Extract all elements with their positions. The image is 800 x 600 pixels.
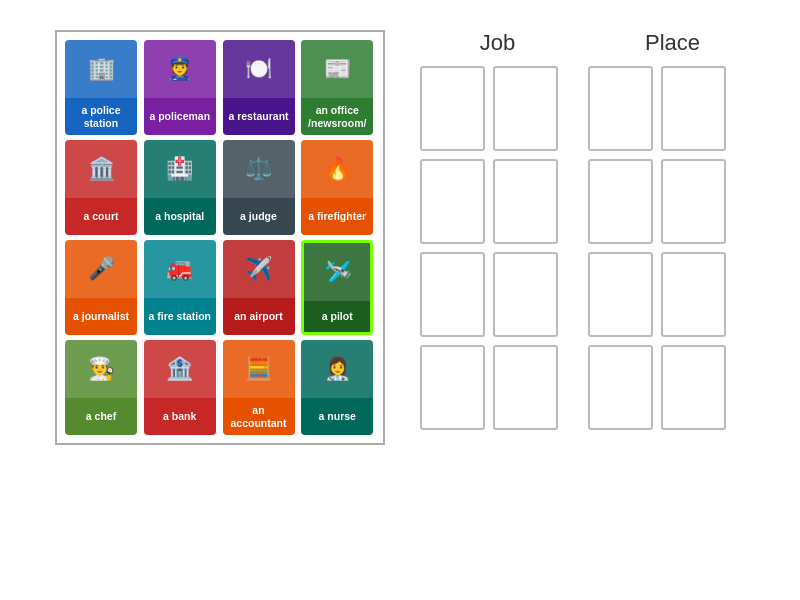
card-label-court: a court [65,198,137,235]
card-office-newsroom[interactable]: 📰an office /newsroom/ [301,40,373,135]
drop-place-2-0[interactable] [588,252,653,337]
card-icon-restaurant: 🍽️ [223,40,295,98]
card-label-firefighter: a firefighter [301,198,373,235]
drop-place-1-1[interactable] [661,159,726,244]
card-fire-station[interactable]: 🚒a fire station [144,240,216,335]
card-firefighter[interactable]: 🔥a firefighter [301,140,373,235]
drop-row-3 [420,345,770,430]
card-label-bank: a bank [144,398,216,435]
card-label-judge: a judge [223,198,295,235]
drop-place-0-0[interactable] [588,66,653,151]
card-restaurant[interactable]: 🍽️a restaurant [223,40,295,135]
card-bank[interactable]: 🏦a bank [144,340,216,435]
drop-row-2 [420,252,770,337]
drop-job-0-0[interactable] [420,66,485,151]
drop-place-1-0[interactable] [588,159,653,244]
column-headers: Job Place [420,30,770,56]
card-label-police-station: a police station [65,98,137,135]
card-label-office-newsroom: an office /newsroom/ [301,98,373,135]
card-police-station[interactable]: 🏢a police station [65,40,137,135]
card-icon-court: 🏛️ [65,140,137,198]
card-label-chef: a chef [65,398,137,435]
card-icon-firefighter: 🔥 [301,140,373,198]
card-icon-hospital: 🏥 [144,140,216,198]
drop-job-0-1[interactable] [493,66,558,151]
drop-job-1-0[interactable] [420,159,485,244]
card-pilot[interactable]: 🛩️a pilot [301,240,373,335]
card-icon-policeman: 👮 [144,40,216,98]
card-chef[interactable]: 👨‍🍳a chef [65,340,137,435]
card-icon-chef: 👨‍🍳 [65,340,137,398]
card-label-journalist: a journalist [65,298,137,335]
card-court[interactable]: 🏛️a court [65,140,137,235]
card-icon-accountant: 🧮 [223,340,295,398]
drop-job-3-0[interactable] [420,345,485,430]
drop-job-2-0[interactable] [420,252,485,337]
card-icon-office-newsroom: 📰 [301,40,373,98]
card-icon-airport: ✈️ [223,240,295,298]
drop-row-0 [420,66,770,151]
card-label-accountant: an accountant [223,398,295,435]
card-icon-judge: ⚖️ [223,140,295,198]
drop-place-2-1[interactable] [661,252,726,337]
card-policeman[interactable]: 👮a policeman [144,40,216,135]
card-label-fire-station: a fire station [144,298,216,335]
drop-job-2-1[interactable] [493,252,558,337]
drop-row-1 [420,159,770,244]
card-label-policeman: a policeman [144,98,216,135]
card-label-pilot: a pilot [304,301,370,332]
card-accountant[interactable]: 🧮an accountant [223,340,295,435]
drop-job-3-1[interactable] [493,345,558,430]
drop-grid [420,66,770,430]
card-icon-bank: 🏦 [144,340,216,398]
card-hospital[interactable]: 🏥a hospital [144,140,216,235]
card-label-restaurant: a restaurant [223,98,295,135]
drop-place-3-0[interactable] [588,345,653,430]
card-judge[interactable]: ⚖️a judge [223,140,295,235]
card-label-airport: an airport [223,298,295,335]
drop-job-1-1[interactable] [493,159,558,244]
card-icon-police-station: 🏢 [65,40,137,98]
card-panel: 🏢a police station👮a policeman🍽️a restaur… [55,30,385,445]
drop-place-0-1[interactable] [661,66,726,151]
card-icon-journalist: 🎤 [65,240,137,298]
place-header: Place [575,30,770,56]
right-panel: Job Place [420,30,770,430]
card-journalist[interactable]: 🎤a journalist [65,240,137,335]
card-airport[interactable]: ✈️an airport [223,240,295,335]
card-icon-fire-station: 🚒 [144,240,216,298]
card-nurse[interactable]: 👩‍⚕️a nurse [301,340,373,435]
card-label-hospital: a hospital [144,198,216,235]
drop-place-3-1[interactable] [661,345,726,430]
job-header: Job [420,30,575,56]
card-label-nurse: a nurse [301,398,373,435]
card-icon-pilot: 🛩️ [304,243,370,301]
card-icon-nurse: 👩‍⚕️ [301,340,373,398]
